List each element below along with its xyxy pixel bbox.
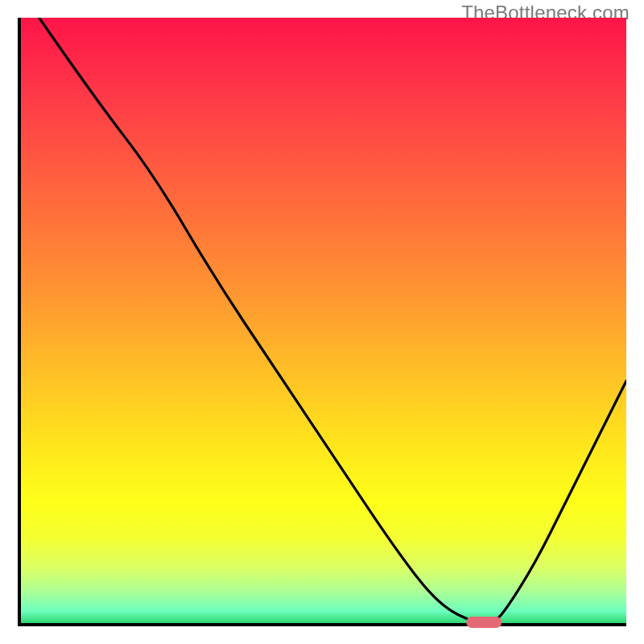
highlight-marker (466, 617, 502, 628)
chart-svg (0, 0, 644, 644)
gradient-background (21, 18, 626, 623)
